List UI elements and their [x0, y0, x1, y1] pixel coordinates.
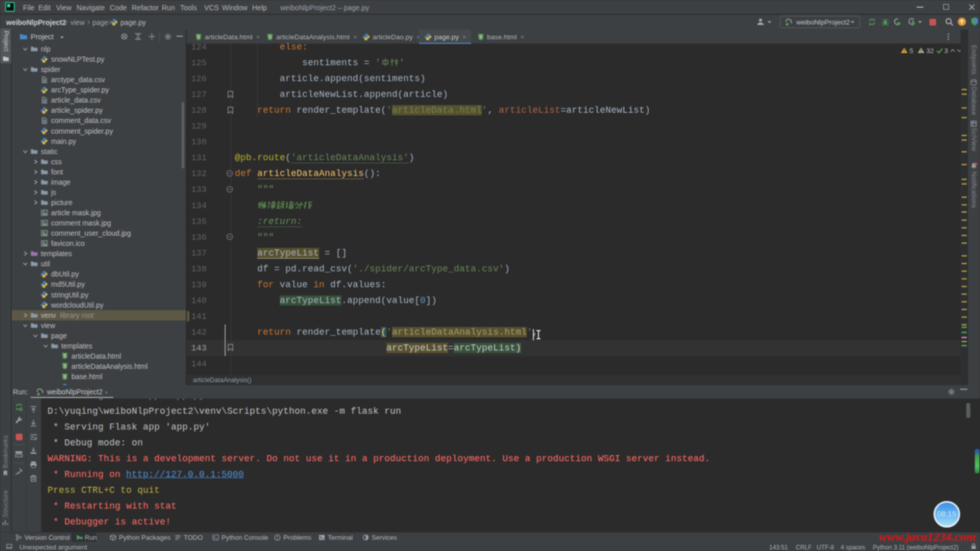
svg-text:5: 5	[63, 374, 66, 379]
svg-text:5: 5	[63, 363, 66, 368]
svg-text:5: 5	[63, 353, 66, 358]
